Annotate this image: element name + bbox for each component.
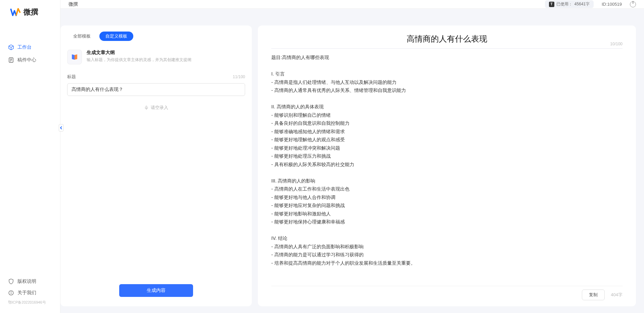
logo-icon bbox=[10, 7, 21, 17]
sidebar-item-copyright[interactable]: 版权说明 bbox=[0, 276, 60, 287]
shield-icon bbox=[8, 278, 14, 284]
sidebar-item-workbench[interactable]: 工作台 bbox=[0, 41, 60, 54]
title-input[interactable] bbox=[67, 83, 245, 96]
template-desc: 输入标题，为你提供文章主体的灵感，并为其创建推文提纲 bbox=[87, 57, 191, 63]
sidebar-item-label: 版权说明 bbox=[17, 278, 36, 284]
title-field-section: 标题 11/100 bbox=[60, 71, 252, 99]
usage-badge-icon: T bbox=[549, 2, 554, 7]
svg-point-6 bbox=[11, 292, 11, 292]
sidebar-item-label: 关于我们 bbox=[17, 290, 36, 296]
template-card: 生成文章大纲 输入标题，为你提供文章主体的灵感，并为其创建推文提纲 bbox=[60, 47, 252, 71]
info-icon bbox=[8, 290, 14, 296]
tab-custom-templates[interactable]: 自定义模板 bbox=[99, 32, 133, 41]
output-title-counter: 10/100 bbox=[610, 42, 623, 46]
user-id-label: ID: bbox=[602, 2, 607, 7]
topbar: 微撰 T 已使用： 45641字 ID:100519 bbox=[60, 0, 644, 9]
content-area: 全部模板 自定义模板 生成文章大纲 输入标题，为你提供文章主体的灵感，并为其创建… bbox=[60, 9, 644, 313]
sidebar-item-label: 稿件中心 bbox=[17, 57, 36, 63]
voice-input-row[interactable]: 请空录入 bbox=[60, 99, 252, 117]
output-header: 高情商的人有什么表现 10/100 bbox=[271, 34, 623, 49]
output-footer: 复制 404字 bbox=[271, 286, 623, 300]
main-area: 微撰 T 已使用： 45641字 ID:100519 全部模板 自定义模板 bbox=[60, 0, 644, 313]
usage-value: 45641字 bbox=[574, 1, 590, 7]
cube-icon bbox=[8, 44, 14, 50]
field-counter: 11/100 bbox=[233, 74, 245, 79]
document-icon bbox=[8, 57, 14, 63]
chevron-left-icon bbox=[60, 126, 62, 129]
template-title: 生成文章大纲 bbox=[87, 50, 191, 56]
user-id-value: 100519 bbox=[607, 2, 622, 7]
copy-button[interactable]: 复制 bbox=[582, 290, 605, 300]
topbar-right: T 已使用： 45641字 ID:100519 bbox=[545, 0, 636, 8]
input-panel: 全部模板 自定义模板 生成文章大纲 输入标题，为你提供文章主体的灵感，并为其创建… bbox=[60, 25, 252, 306]
char-count: 404字 bbox=[611, 292, 623, 298]
power-button[interactable] bbox=[630, 1, 636, 7]
sidebar: 微撰 工作台 稿件中心 版权说明 关于我们 鄂ICP备2022016946号 bbox=[0, 0, 60, 313]
outline-book-icon bbox=[71, 53, 79, 61]
sidebar-collapse-handle[interactable] bbox=[59, 124, 63, 132]
sidebar-item-drafts[interactable]: 稿件中心 bbox=[0, 54, 60, 66]
topbar-title: 微撰 bbox=[68, 1, 78, 7]
power-icon bbox=[630, 1, 636, 7]
template-tabs: 全部模板 自定义模板 bbox=[60, 32, 252, 47]
output-title: 高情商的人有什么表现 bbox=[271, 34, 623, 44]
svg-rect-7 bbox=[146, 106, 147, 108]
usage-indicator[interactable]: T 已使用： 45641字 bbox=[545, 0, 594, 8]
field-label: 标题 bbox=[67, 74, 76, 80]
sidebar-item-label: 工作台 bbox=[17, 44, 32, 50]
sidebar-bottom: 版权说明 关于我们 鄂ICP备2022016946号 bbox=[0, 276, 60, 313]
tab-all-templates[interactable]: 全部模板 bbox=[67, 32, 97, 41]
template-icon bbox=[67, 50, 82, 64]
output-panel: 高情商的人有什么表现 10/100 题目:高情商的人有哪些表现 I. 引言 - … bbox=[258, 25, 636, 306]
voice-label: 请空录入 bbox=[151, 105, 168, 111]
app-logo: 微撰 bbox=[0, 0, 60, 24]
icp-text: 鄂ICP备2022016946号 bbox=[0, 299, 60, 306]
output-content[interactable]: 题目:高情商的人有哪些表现 I. 引言 - 高情商是指人们处理情绪、与他人互动以… bbox=[271, 53, 623, 286]
user-id: ID:100519 bbox=[602, 2, 622, 7]
logo-text: 微撰 bbox=[24, 7, 38, 17]
left-panel-footer: 生成内容 bbox=[60, 284, 252, 300]
usage-label: 已使用： bbox=[556, 1, 572, 7]
template-info: 生成文章大纲 输入标题，为你提供文章主体的灵感，并为其创建推文提纲 bbox=[87, 50, 191, 63]
generate-button[interactable]: 生成内容 bbox=[119, 284, 193, 297]
sidebar-item-about[interactable]: 关于我们 bbox=[0, 287, 60, 299]
microphone-icon bbox=[144, 105, 149, 110]
nav-main: 工作台 稿件中心 bbox=[0, 24, 60, 276]
